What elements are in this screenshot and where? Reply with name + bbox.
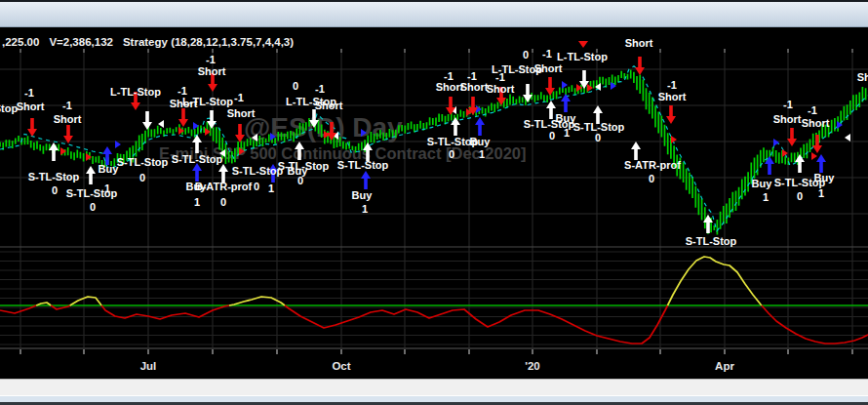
signal-label: 0 — [293, 80, 298, 92]
signal-label: 1 — [104, 182, 110, 194]
signal-label: Buy — [470, 136, 492, 147]
signal-label: 0 — [297, 175, 303, 186]
chart-area[interactable]: @ES(D) DayE-mini S&P 500 Continuous Cont… — [0, 27, 868, 379]
status-bar — [0, 379, 868, 395]
signal-label: -1 — [315, 83, 325, 95]
signal-label: 1 — [818, 187, 824, 199]
signal-label: Short — [460, 81, 489, 93]
signal-label: Short — [487, 83, 515, 95]
signal-label: -1 — [542, 48, 552, 60]
signal-label: 0 — [595, 132, 601, 143]
signal-label: Buy — [752, 178, 773, 189]
axis-label: '20 — [525, 360, 540, 372]
signal-label: -1 — [234, 92, 244, 103]
signal-label: Short — [54, 113, 82, 125]
signal-label: S-TL-Stop — [117, 156, 169, 168]
signal-label: Short — [534, 62, 563, 74]
signal-label: -1 — [24, 87, 34, 99]
signal-label: S-TL-Stop — [278, 160, 330, 172]
axis-label: Jul — [140, 360, 157, 372]
signal-label: S-TL-Stop — [337, 159, 389, 171]
signal-label: Short — [198, 65, 226, 77]
trading-app-window: @ES(D) DayE-mini S&P 500 Continuous Cont… — [0, 0, 868, 405]
signal-label: 1 — [268, 182, 274, 194]
signal-label: 0 — [649, 173, 654, 184]
signal-label: L-TL-Stop — [182, 96, 233, 107]
signal-label: 0 — [797, 190, 803, 202]
signal-label: Short — [315, 100, 343, 111]
signal-label: -1 — [783, 99, 793, 110]
signal-label: Buy — [814, 172, 836, 183]
signal-label: Buy — [352, 189, 374, 201]
signal-label: Short — [227, 107, 256, 119]
taskbar-strip — [0, 395, 868, 402]
signal-label: L-TL-Stop — [110, 86, 161, 98]
signal-label: -1 — [667, 79, 677, 91]
signal-label: 0 — [523, 49, 529, 61]
signal-label: 1 — [362, 203, 368, 215]
signal-label: 1 — [479, 148, 485, 160]
signal-label: S-TL-Stop — [232, 165, 284, 177]
signal-label: S-TL-Stop — [686, 235, 737, 247]
signal-label: 0 — [52, 184, 58, 196]
signal-label: 0 — [549, 130, 555, 142]
watermark-symbol: @ES(D) Day — [244, 112, 403, 142]
signal-label: 1 — [763, 191, 769, 203]
signal-label: Short — [773, 113, 802, 125]
signal-label: 0 — [90, 201, 96, 213]
signal-label: B-ATR-prof — [195, 181, 253, 192]
signal-label: -1 — [808, 104, 817, 116]
axis-label: Oct — [332, 360, 350, 372]
signal-label: 0 — [449, 148, 454, 160]
signal-label: S-TL-Stop — [28, 171, 80, 182]
signal-label: -1 — [62, 100, 72, 111]
signal-label: S-TL-Stop — [172, 153, 223, 165]
signal-label: Short — [658, 91, 687, 102]
window-title-bar[interactable] — [0, 0, 868, 27]
signal-label: -1 — [206, 54, 216, 65]
signal-label: 0 — [220, 196, 226, 208]
signal-label: 0 — [139, 172, 145, 183]
signal-label: Short — [802, 117, 830, 129]
signal-label: S-ATR-prof — [624, 159, 681, 171]
signal-label: L-TL-Stop — [557, 51, 608, 62]
signal-label: Short — [625, 37, 653, 49]
signal-label: 1 — [564, 127, 570, 139]
signal-label: Short — [17, 101, 45, 112]
signal-label: 1 — [194, 196, 200, 208]
price-chart-svg[interactable]: @ES(D) DayE-mini S&P 500 Continuous Cont… — [0, 27, 868, 379]
signal-label: 0 — [254, 181, 259, 192]
signal-label: Short — [857, 71, 868, 83]
axis-label: Apr — [715, 360, 734, 372]
